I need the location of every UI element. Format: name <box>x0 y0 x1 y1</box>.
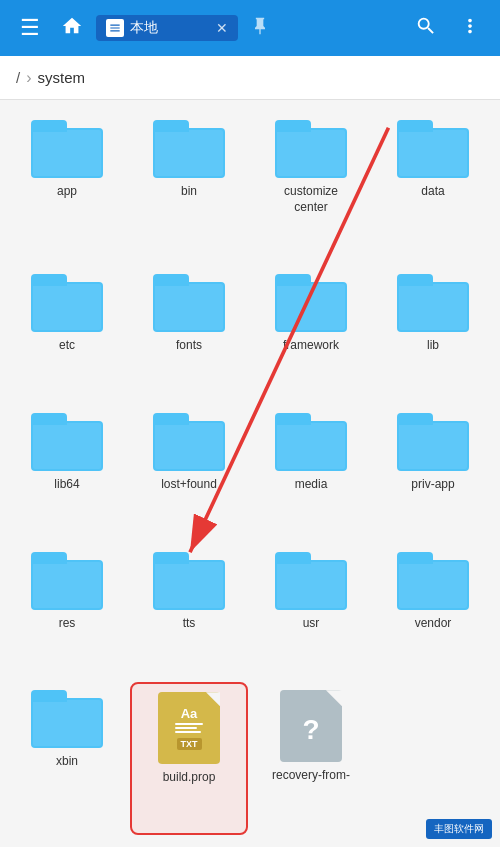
file-label: build.prop <box>163 770 216 786</box>
menu-icon[interactable]: ☰ <box>12 15 48 41</box>
folder-item-lostfound[interactable]: lost+found <box>130 405 248 540</box>
file-label: priv-app <box>411 477 454 493</box>
folder-item-fonts[interactable]: fonts <box>130 266 248 401</box>
folder-item-xbin[interactable]: xbin <box>8 682 126 835</box>
folder-icon <box>275 552 347 610</box>
folder-icon <box>275 413 347 471</box>
file-label: lost+found <box>161 477 217 493</box>
breadcrumb-current: system <box>38 69 86 86</box>
breadcrumb-separator: › <box>26 69 31 87</box>
file-label: app <box>57 184 77 200</box>
folder-icon <box>31 120 103 178</box>
watermark: 丰图软件网 <box>426 819 492 839</box>
pin-icon[interactable] <box>250 16 270 41</box>
folder-item-etc[interactable]: etc <box>8 266 126 401</box>
topbar: ☰ 本地 ✕ <box>0 0 500 56</box>
folder-icon <box>397 274 469 332</box>
folder-item-media[interactable]: media <box>252 405 370 540</box>
tab-file-icon <box>106 19 124 37</box>
file-label: lib64 <box>54 477 79 493</box>
file-label: tts <box>183 616 196 632</box>
file-label: customizecenter <box>284 184 338 215</box>
file-label: lib <box>427 338 439 354</box>
file-item-buildprop[interactable]: Aa TXT build.prop <box>130 682 248 835</box>
folder-icon <box>31 552 103 610</box>
folder-icon <box>397 552 469 610</box>
file-label: usr <box>303 616 320 632</box>
file-label: etc <box>59 338 75 354</box>
tab-label: 本地 <box>130 19 210 37</box>
file-label: res <box>59 616 76 632</box>
folder-item-customizecenter[interactable]: customizecenter <box>252 112 370 262</box>
file-label: framework <box>283 338 339 354</box>
folder-icon <box>153 413 225 471</box>
folder-item-res[interactable]: res <box>8 544 126 679</box>
folder-item-lib[interactable]: lib <box>374 266 492 401</box>
current-tab[interactable]: 本地 ✕ <box>96 15 238 41</box>
more-options-icon[interactable] <box>452 15 488 42</box>
file-grid: app bin customizecenter data etc fonts f… <box>0 100 500 847</box>
folder-item-tts[interactable]: tts <box>130 544 248 679</box>
file-label: fonts <box>176 338 202 354</box>
home-icon[interactable] <box>56 15 88 42</box>
folder-icon <box>397 413 469 471</box>
folder-icon <box>153 120 225 178</box>
unknown-file-icon: ? <box>280 690 342 762</box>
breadcrumb-root[interactable]: / <box>16 69 20 86</box>
folder-item-usr[interactable]: usr <box>252 544 370 679</box>
folder-item-app[interactable]: app <box>8 112 126 262</box>
folder-icon <box>31 413 103 471</box>
folder-item-vendor[interactable]: vendor <box>374 544 492 679</box>
folder-icon <box>275 274 347 332</box>
search-icon[interactable] <box>408 15 444 42</box>
folder-icon <box>275 120 347 178</box>
txt-file-icon: Aa TXT <box>158 692 220 764</box>
folder-item-data[interactable]: data <box>374 112 492 262</box>
file-item-recoveryfrom[interactable]: ? recovery-from- <box>252 682 370 835</box>
file-label: media <box>295 477 328 493</box>
folder-item-framework[interactable]: framework <box>252 266 370 401</box>
folder-icon <box>31 274 103 332</box>
folder-item-bin[interactable]: bin <box>130 112 248 262</box>
breadcrumb: / › system <box>0 56 500 100</box>
file-label: bin <box>181 184 197 200</box>
folder-icon <box>31 690 103 748</box>
folder-icon <box>397 120 469 178</box>
folder-item-lib64[interactable]: lib64 <box>8 405 126 540</box>
file-label: recovery-from- <box>272 768 350 784</box>
tab-close-button[interactable]: ✕ <box>216 20 228 36</box>
folder-item-privapp[interactable]: priv-app <box>374 405 492 540</box>
folder-icon <box>153 552 225 610</box>
file-label: data <box>421 184 444 200</box>
file-label: xbin <box>56 754 78 770</box>
folder-icon <box>153 274 225 332</box>
file-label: vendor <box>415 616 452 632</box>
